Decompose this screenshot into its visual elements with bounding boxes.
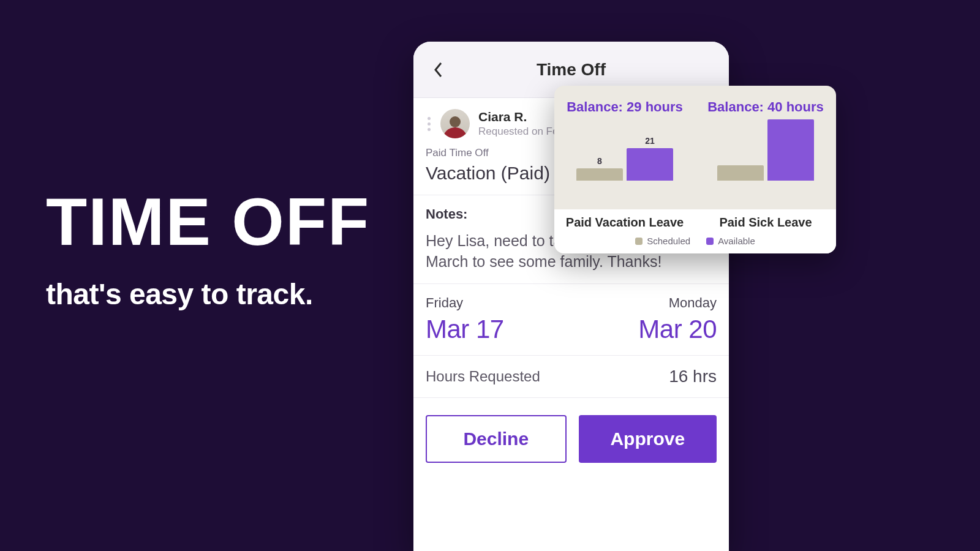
marketing-headline: TIME OFF that's easy to track.	[46, 190, 370, 311]
bar-sick-scheduled	[717, 165, 764, 181]
hours-value: 16 hrs	[669, 367, 717, 386]
balance-chart-vacation: Balance: 29 hours 8 21	[554, 86, 695, 209]
balance-title-vacation: Balance: 29 hours	[567, 99, 683, 114]
bar-sick-available	[767, 119, 814, 181]
legend-scheduled: Scheduled	[635, 236, 690, 246]
start-date: Mar 17	[426, 315, 504, 344]
category-sick: Paid Sick Leave	[695, 216, 836, 230]
hours-label: Hours Requested	[426, 368, 540, 385]
action-row: Decline Approve	[413, 398, 729, 487]
headline-subtitle: that's easy to track.	[46, 277, 370, 311]
avatar	[440, 109, 470, 138]
balance-chart-sick: Balance: 40 hours	[695, 86, 836, 209]
bar-label: 21	[645, 136, 655, 146]
legend: Scheduled Available	[554, 236, 836, 246]
swatch-available-icon	[706, 238, 714, 245]
legend-available-label: Available	[718, 236, 755, 246]
end-date: Mar 20	[638, 315, 717, 344]
bar-vacation-scheduled: 8	[576, 168, 623, 181]
hours-section: Hours Requested 16 hrs	[413, 356, 729, 398]
balance-footer: Paid Vacation Leave Paid Sick Leave Sche…	[554, 209, 836, 253]
screen-title: Time Off	[537, 60, 606, 80]
balance-card: Balance: 29 hours 8 21 Balance: 40 hours…	[554, 86, 836, 253]
legend-scheduled-label: Scheduled	[647, 236, 690, 246]
bar-label: 8	[597, 156, 602, 166]
more-icon[interactable]	[426, 117, 432, 131]
bar-vacation-available: 21	[627, 148, 673, 181]
approve-button[interactable]: Approve	[579, 415, 717, 463]
swatch-scheduled-icon	[635, 238, 643, 245]
category-vacation: Paid Vacation Leave	[554, 216, 695, 230]
start-dow: Friday	[426, 295, 504, 311]
back-icon[interactable]	[429, 61, 448, 79]
decline-button[interactable]: Decline	[426, 415, 567, 463]
dates-section: Friday Mar 17 Monday Mar 20	[413, 284, 729, 356]
balance-title-sick: Balance: 40 hours	[707, 99, 824, 114]
end-dow: Monday	[638, 295, 717, 311]
headline-title: TIME OFF	[46, 190, 370, 254]
legend-available: Available	[706, 236, 755, 246]
